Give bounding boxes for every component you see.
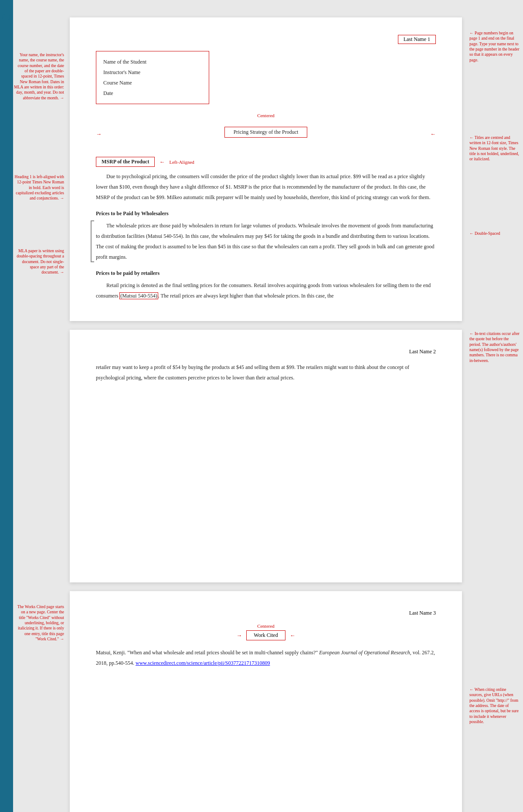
annotation-heading-left: Heading 1 is left-aligned with 12-point … — [14, 174, 64, 201]
left-aligned-label: Left-Aligned — [169, 159, 194, 165]
centered-label-wc: Centered — [96, 623, 436, 629]
page-3: Last Name 3 Centered → Work Cited ← Mats… — [70, 591, 462, 812]
page-header: Last Name 1 — [96, 35, 436, 44]
paragraph-1: Due to psychological pricing, the consum… — [96, 171, 436, 203]
paragraph-2: The wholesale prices are those paid by w… — [96, 220, 436, 262]
heading2-text: Prices to be Paid by Wholesalers — [96, 210, 436, 217]
page-number-1: Last Name 1 — [398, 35, 436, 44]
header-info-block: Name of the Student Instructor's Name Co… — [96, 51, 209, 104]
title-section: Centered → Pricing Strategy of the Produ… — [96, 113, 436, 148]
annotation-doublespace-right: ← Double-Spaced — [469, 231, 520, 236]
page-number-3: Last Name 3 — [409, 610, 436, 616]
page-1: Last Name 1 Name of the Student Instruct… — [70, 17, 462, 321]
heading1-section: MSRP of the Product ← Left-Aligned — [96, 157, 436, 167]
page-header-3: Last Name 3 — [96, 609, 436, 616]
instructor-name: Instructor's Name — [103, 67, 202, 78]
page-number-2: Last Name 2 — [409, 348, 436, 355]
citation-url[interactable]: www.sciencedirect.com/science/article/pi… — [136, 660, 270, 666]
annotation-url-right: ← When citing online sources, give URLs … — [469, 687, 520, 724]
annotation-title-right: ← Titles are centred and written in 12-f… — [469, 135, 520, 162]
work-cited-title: Work Cited — [246, 630, 285, 640]
course-name: Course Name — [103, 78, 202, 88]
citation-text: Matsui, Kenji. "When and what wholesale … — [96, 647, 436, 668]
citation-author: Matsui, Kenji. "When and what wholesale … — [96, 650, 319, 656]
annotation-mla-left: MLA paper is written using double-spacin… — [14, 248, 64, 275]
document-title: Pricing Strategy of the Product — [224, 127, 308, 138]
citation-journal: European Journal of Operational Research — [319, 650, 410, 656]
watermark-bar: C — [0, 0, 13, 812]
student-name: Name of the Student — [103, 57, 202, 67]
heading3-text: Prices to be paid by retailers — [96, 270, 436, 277]
paragraph-3-start: Retail pricing is denoted as the final s… — [96, 280, 436, 301]
heading1-text: MSRP of the Product — [96, 157, 155, 167]
page-container: C Your name, the instructor's name, the … — [0, 0, 523, 812]
annotation-pagenumber-right: ← Page numbers begin on page 1 and end o… — [469, 30, 520, 63]
page-header-2: Last Name 2 — [96, 347, 436, 355]
centered-label: Centered — [96, 113, 436, 118]
date-field: Date — [103, 88, 202, 98]
annotation-header-left: Your name, the instructor's name, the co… — [14, 52, 64, 101]
work-cited-section: Centered → Work Cited ← — [96, 623, 436, 640]
watermark-letter: C — [0, 13, 13, 22]
page-2: Last Name 2 retailer may want to keep a … — [70, 330, 462, 582]
paragraph-cont: retailer may want to keep a profit of $5… — [96, 362, 436, 383]
annotation-workcited-left: The Works Cited page starts on a new pag… — [14, 604, 64, 642]
